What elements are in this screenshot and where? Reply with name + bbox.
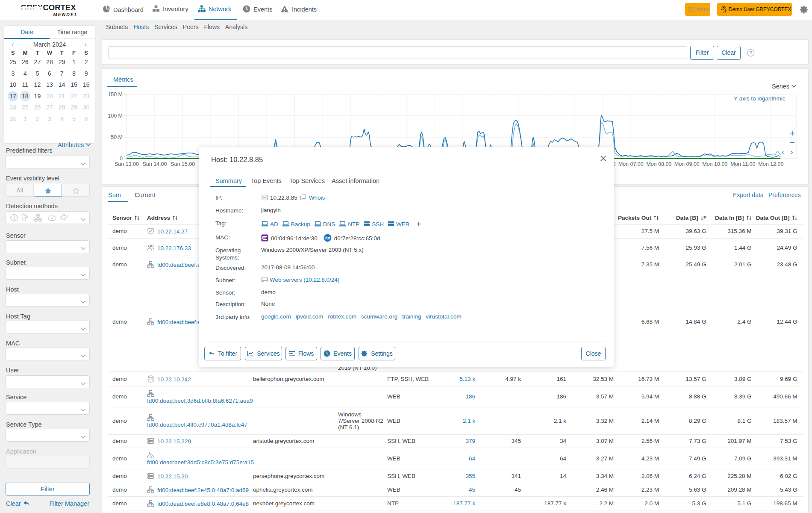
svg-text:150 M: 150 M	[108, 91, 123, 97]
svg-text:Sun 13:00: Sun 13:00	[115, 161, 139, 167]
svg-text:Mon 07:00: Mon 07:00	[618, 161, 644, 167]
svg-text:Mon 11:00: Mon 11:00	[730, 161, 755, 167]
svg-text:Mon 08:00: Mon 08:00	[646, 161, 671, 167]
svg-text:hp: hp	[325, 236, 330, 240]
svg-text:100 M: 100 M	[108, 113, 123, 119]
svg-text:Mon 10:00: Mon 10:00	[702, 161, 727, 167]
svg-text:Sun 15:00: Sun 15:00	[171, 161, 195, 167]
svg-text:Sun 14:00: Sun 14:00	[143, 161, 167, 167]
svg-text:50 M: 50 M	[111, 134, 123, 140]
svg-text:Mon 09:00: Mon 09:00	[674, 161, 700, 167]
svg-text:?: ?	[749, 50, 752, 55]
svg-text:0: 0	[120, 156, 123, 162]
svg-text:Mon 12:00: Mon 12:00	[758, 161, 783, 167]
